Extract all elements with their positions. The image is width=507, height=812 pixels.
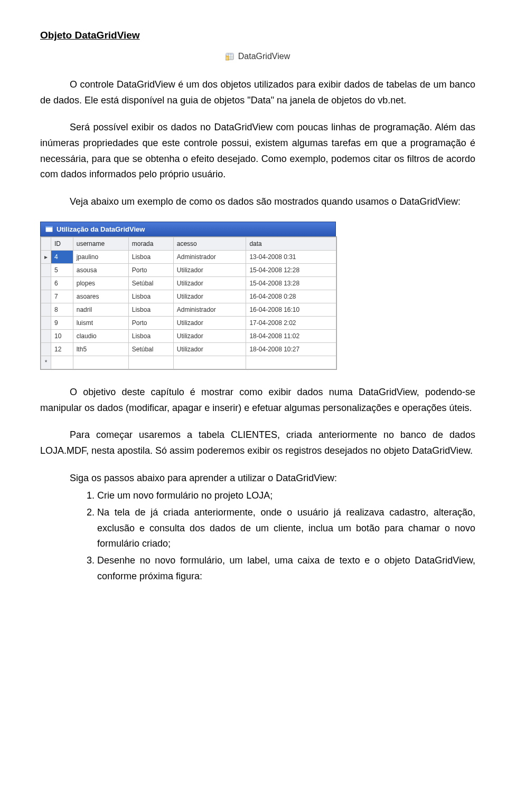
grid-cell[interactable]: asousa	[73, 263, 128, 276]
row-header[interactable]	[41, 329, 51, 342]
grid-cell[interactable]: Utilizador	[173, 276, 246, 290]
grid-cell[interactable]: Setúbal	[128, 276, 173, 290]
grid-cell[interactable]: 13-04-2008 0:31	[246, 250, 336, 263]
grid-cell[interactable]: Porto	[128, 316, 173, 329]
paragraph-5: Para começar usaremos a tabela CLIENTES,…	[40, 427, 475, 458]
svg-rect-7	[226, 56, 229, 57]
grid-cell[interactable]: Administrador	[173, 303, 246, 316]
steps-intro: Siga os passos abaixo para aprender a ut…	[40, 471, 475, 486]
paragraph-2: Será possível exibir os dados no DataGri…	[40, 120, 475, 183]
table-row[interactable]: 7asoaresLisboaUtilizador16-04-2008 0:28	[41, 290, 336, 303]
grid-cell[interactable]: 15-04-2008 13:28	[246, 276, 336, 290]
grid-cell[interactable]: 18-04-2008 11:02	[246, 329, 336, 342]
grid-cell[interactable]: plopes	[73, 276, 128, 290]
grid-header[interactable]: username	[73, 237, 128, 250]
window-title: Utilização da DataGridView	[57, 225, 145, 233]
table-row-new[interactable]: *	[41, 356, 336, 369]
grid-cell[interactable]: Utilizador	[173, 316, 246, 329]
row-header[interactable]	[41, 316, 51, 329]
grid-cell[interactable]: 9	[51, 316, 73, 329]
paragraph-3: Veja abaixo um exemplo de como os dados …	[40, 194, 475, 210]
grid-cell[interactable]: 17-04-2008 2:02	[246, 316, 336, 329]
grid-corner-cell[interactable]	[41, 237, 51, 250]
page-title: Objeto DataGridView	[40, 30, 475, 41]
row-header[interactable]	[41, 342, 51, 356]
paragraph-1: O controle DataGridView é um dos objetos…	[40, 77, 475, 108]
grid-cell[interactable]: nadril	[73, 303, 128, 316]
grid-cell[interactable]: jpaulino	[73, 250, 128, 263]
grid-cell[interactable]: 5	[51, 263, 73, 276]
table-row[interactable]: 6plopesSetúbalUtilizador15-04-2008 13:28	[41, 276, 336, 290]
table-row[interactable]: 12lth5SetúbalUtilizador18-04-2008 10:27	[41, 342, 336, 356]
grid-cell[interactable]: Administrador	[173, 250, 246, 263]
grid-cell[interactable]: Utilizador	[173, 290, 246, 303]
grid-header[interactable]: data	[246, 237, 336, 250]
grid-cell[interactable]: 10	[51, 329, 73, 342]
grid-cell[interactable]	[73, 356, 128, 369]
hero-label: DataGridView	[238, 52, 290, 61]
grid-cell[interactable]: 12	[51, 342, 73, 356]
table-row[interactable]: 8nadrilLisboaAdministrador16-04-2008 16:…	[41, 303, 336, 316]
hero-block: DataGridView	[40, 51, 475, 63]
grid-cell[interactable]: 16-04-2008 16:10	[246, 303, 336, 316]
steps-list: Crie um novo formulário no projeto LOJA;…	[79, 488, 475, 584]
grid-cell[interactable]: Utilizador	[173, 329, 246, 342]
grid-cell[interactable]: Setúbal	[128, 342, 173, 356]
grid-cell[interactable]: claudio	[73, 329, 128, 342]
datagridview-icon	[226, 52, 235, 61]
grid-cell[interactable]: luismt	[73, 316, 128, 329]
svg-rect-9	[45, 226, 53, 227]
grid-cell[interactable]: Lisboa	[128, 329, 173, 342]
grid-cell[interactable]: Utilizador	[173, 263, 246, 276]
grid-cell[interactable]: 8	[51, 303, 73, 316]
row-header[interactable]	[41, 263, 51, 276]
grid-cell[interactable]: Utilizador	[173, 342, 246, 356]
table-row[interactable]: 9luismtPortoUtilizador17-04-2008 2:02	[41, 316, 336, 329]
grid-cell[interactable]: 18-04-2008 10:27	[246, 342, 336, 356]
table-row[interactable]: 5asousaPortoUtilizador15-04-2008 12:28	[41, 263, 336, 276]
grid-cell[interactable]: 4	[51, 250, 73, 263]
row-header[interactable]	[41, 276, 51, 290]
row-header[interactable]: ▸	[41, 250, 51, 263]
row-header[interactable]	[41, 303, 51, 316]
step-item: Desenhe no novo formulário, um label, um…	[97, 553, 475, 584]
svg-rect-1	[226, 53, 233, 55]
grid-cell[interactable]: 6	[51, 276, 73, 290]
grid-cell[interactable]	[173, 356, 246, 369]
paragraph-4: O objetivo deste capítulo é mostrar como…	[40, 385, 475, 416]
table-row[interactable]: 10claudioLisboaUtilizador18-04-2008 11:0…	[41, 329, 336, 342]
window-icon	[45, 225, 53, 233]
grid-cell[interactable]: Lisboa	[128, 250, 173, 263]
grid-cell[interactable]	[51, 356, 73, 369]
grid-cell[interactable]: 7	[51, 290, 73, 303]
datagridview-screenshot: Utilização da DataGridView ID username m…	[40, 222, 475, 370]
grid-cell[interactable]: asoares	[73, 290, 128, 303]
grid-cell[interactable]: Porto	[128, 263, 173, 276]
grid-header[interactable]: morada	[128, 237, 173, 250]
grid-cell[interactable]: 15-04-2008 12:28	[246, 263, 336, 276]
table-row[interactable]: ▸4jpaulinoLisboaAdministrador13-04-2008 …	[41, 250, 336, 263]
grid-cell[interactable]	[128, 356, 173, 369]
row-header[interactable]	[41, 290, 51, 303]
step-item: Na tela de já criada anteriormente, onde…	[97, 505, 475, 552]
data-grid[interactable]: ID username morada acesso data ▸4jpaulin…	[41, 237, 336, 369]
grid-header[interactable]: ID	[51, 237, 73, 250]
window-titlebar: Utilização da DataGridView	[40, 222, 336, 236]
grid-cell[interactable]: Lisboa	[128, 290, 173, 303]
grid-cell[interactable]: 16-04-2008 0:28	[246, 290, 336, 303]
grid-cell[interactable]: Lisboa	[128, 303, 173, 316]
step-item: Crie um novo formulário no projeto LOJA;	[97, 488, 475, 504]
grid-cell[interactable]: lth5	[73, 342, 128, 356]
row-header-new[interactable]: *	[41, 356, 51, 369]
grid-header[interactable]: acesso	[173, 237, 246, 250]
grid-cell[interactable]	[246, 356, 336, 369]
